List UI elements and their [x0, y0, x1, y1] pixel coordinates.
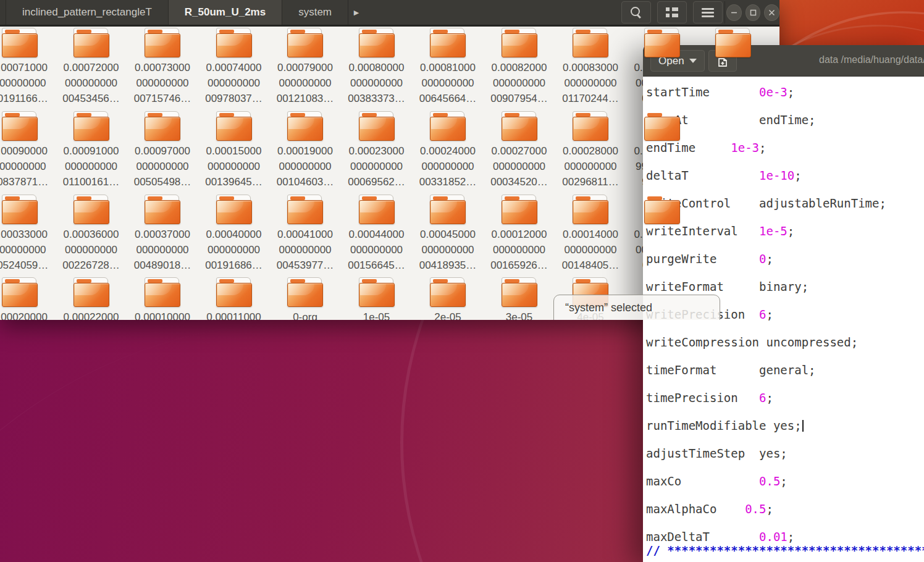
editor-line: maxCo 0.5;	[646, 474, 924, 488]
folder-icon	[430, 277, 466, 307]
folder-item[interactable]: 0.0008100000000000000645664…	[413, 28, 482, 106]
folder-icon	[359, 111, 395, 141]
editor-line: maxAlphaCo 0.5;	[646, 502, 924, 516]
folder-item[interactable]: 0.0007400000000000000978037…	[200, 28, 269, 106]
list-view-icon	[666, 7, 678, 17]
folder-item[interactable]: 3e-05	[485, 277, 554, 320]
folder-icon	[644, 28, 680, 57]
editor-line: startTime 0e-3;	[646, 85, 924, 99]
folder-name: 0.0003600000000000000226728…	[57, 227, 126, 273]
folder-icon	[287, 111, 323, 141]
folder-item[interactable]: 0.0001400000000000000148405…	[556, 195, 625, 273]
folder-icon	[216, 111, 252, 141]
maximize-button[interactable]	[746, 4, 761, 21]
folder-item[interactable]: 0.0003600000000000000226728…	[57, 195, 126, 273]
folder-item[interactable]: 0.0009000000000000000837871…	[0, 111, 54, 190]
editor-line: runTimeModifiable yes;	[646, 419, 924, 432]
folder-name: 0.0008200000000000000907954…	[485, 60, 554, 106]
folder-item[interactable]: 0.0001900000000000000104603…	[271, 111, 340, 190]
folder-item[interactable]: 0.0001200000000000000165926…	[485, 195, 554, 273]
folder-name: 0.0007900000000000000121083…	[271, 60, 340, 106]
editor-line: deltaT 1e-10;	[646, 169, 924, 182]
folder-name: 1e-05	[342, 309, 411, 320]
tab-strip: inclined_pattern_rectangleTR_50um_U_2mss…	[6, 0, 348, 25]
folder-item[interactable]: 2e-05	[413, 277, 482, 320]
folder-name: 0.0001900000000000000104603…	[271, 143, 340, 190]
folder-name: 0.0004000000000000000191686…	[200, 227, 269, 273]
folder-icon	[430, 195, 466, 224]
folder-item[interactable]: 0.0004000000000000000191686…	[200, 195, 269, 273]
folder-item[interactable]: 0.0007300000000000000715746…	[128, 28, 197, 106]
window-controls	[726, 0, 779, 25]
folder-icon	[502, 28, 537, 57]
editor-line: writeCompression uncompressed;	[646, 335, 924, 349]
tab-scroll-left[interactable]	[0, 0, 6, 25]
folder-name: 0.0007300000000000000715746…	[128, 60, 197, 106]
search-icon	[630, 6, 642, 19]
folder-item[interactable]: 0.0004400000000000000156645…	[342, 195, 411, 273]
folder-icon	[145, 277, 180, 307]
folder-icon	[287, 28, 323, 57]
folder-icon	[502, 195, 537, 224]
view-toggle-button[interactable]	[657, 1, 687, 23]
folder-item[interactable]: 0.0004500000000000000418935…	[413, 195, 482, 273]
folder-item[interactable]: 0.0007100000000000000191166…	[0, 28, 54, 106]
menu-button[interactable]	[693, 1, 723, 23]
folder-item[interactable]: 0.00020000	[0, 277, 54, 320]
folder-item[interactable]: 0.0002400000000000000331852…	[413, 111, 482, 190]
folder-item[interactable]: 0.0007900000000000000121083…	[271, 28, 340, 106]
folder-item[interactable]: 0-org	[271, 277, 340, 320]
folder-item[interactable]: 0.0002700000000000000034520…	[485, 111, 554, 190]
folder-item[interactable]: 0.0004100000000000000453977…	[271, 195, 340, 273]
folder-item[interactable]: 1e-05	[342, 277, 411, 320]
editor-title: data /media/huang/data/TianYu	[819, 54, 924, 65]
editor-comment-line: // *************************************…	[646, 543, 924, 557]
folder-icon	[2, 28, 38, 57]
folder-item[interactable]: 0.0009100000000000001100161…	[57, 111, 126, 190]
folder-item[interactable]: 0.0008300000000000001170244…	[556, 28, 625, 106]
editor-line: writeFormat binary;	[646, 280, 924, 293]
folder-name: 0.0008000000000000000383373…	[342, 60, 411, 106]
folder-icon	[430, 28, 466, 57]
editor-line: timeFormat general;	[646, 363, 924, 377]
folder-item[interactable]: 0.0002800000000000000296811…	[556, 111, 625, 190]
editor-line: timePrecision 6;	[646, 391, 924, 405]
folder-icon	[216, 277, 252, 307]
search-button[interactable]	[621, 1, 651, 23]
folder-icon	[2, 111, 38, 141]
folder-item[interactable]: 0.00022000	[57, 277, 126, 320]
folder-item[interactable]: 0.0003300000000000000524059…	[0, 195, 54, 273]
folder-item[interactable]: 0.0008000000000000000383373…	[342, 28, 411, 106]
folder-name: 0.0009000000000000000837871…	[0, 143, 54, 190]
tab-overflow-button[interactable]: ▶	[348, 0, 364, 25]
folder-name: 0.0004400000000000000156645…	[342, 227, 411, 273]
folder-icon	[145, 28, 180, 57]
folder-item[interactable]: 0.0002300000000000000069562…	[342, 111, 411, 190]
folder-icon	[502, 111, 537, 141]
folder-name: 0.0003700000000000000489018…	[128, 227, 197, 273]
folder-icon	[573, 28, 608, 57]
folder-name: 0.0007400000000000000978037…	[200, 60, 269, 106]
folder-icon	[359, 195, 395, 224]
folder-item[interactable]: 0.0007200000000000000453456…	[57, 28, 126, 106]
folder-item[interactable]: 0.0009700000000000000505498…	[128, 111, 197, 190]
folder-item[interactable]: 0.0001500000000000000139645…	[200, 111, 269, 190]
folder-item[interactable]: 0.00011000	[200, 277, 269, 320]
folder-icon	[573, 111, 608, 141]
folder-item[interactable]: 0.0003700000000000000489018…	[128, 195, 197, 273]
folder-icon	[573, 195, 608, 224]
folder-icon	[359, 277, 395, 307]
folder-name: 0.0009700000000000000505498…	[128, 143, 197, 190]
folder-name: 0.00010000	[128, 309, 197, 320]
tab[interactable]: inclined_pattern_rectangleT	[6, 0, 169, 25]
tab[interactable]: system	[282, 0, 348, 25]
minimize-button[interactable]	[726, 4, 742, 21]
close-button[interactable]	[764, 4, 779, 21]
folder-item[interactable]: 0.00010000	[128, 277, 197, 320]
tab[interactable]: R_50um_U_2ms	[169, 0, 282, 25]
folder-icon	[2, 195, 38, 224]
folder-name: 0.00020000	[0, 309, 54, 320]
folder-name: 0.0002300000000000000069562…	[342, 143, 411, 190]
folder-item[interactable]: 0.0008200000000000000907954…	[485, 28, 554, 106]
editor-header: Open data /media/huang/data/TianYu	[643, 45, 924, 77]
